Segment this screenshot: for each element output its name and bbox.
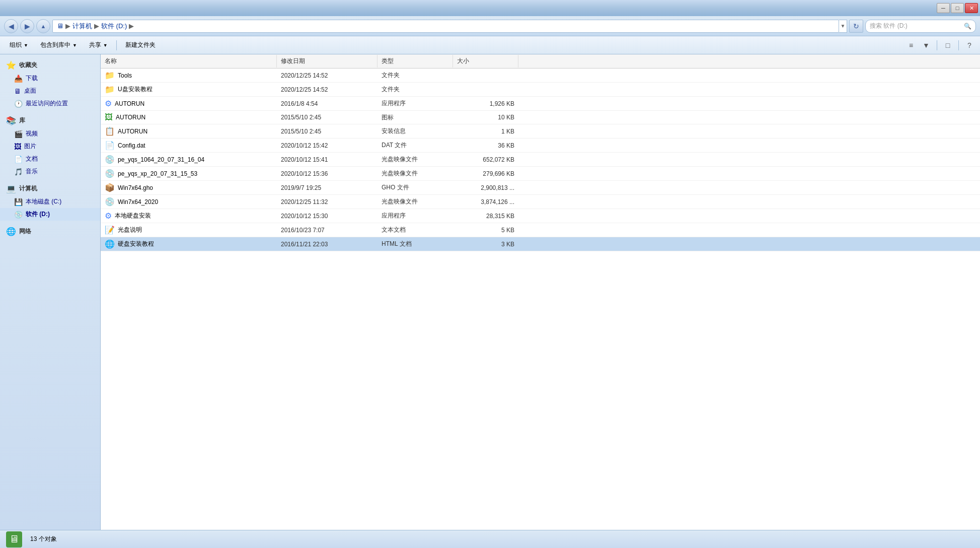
sidebar-item-pictures[interactable]: 🖼 图片: [0, 140, 100, 153]
file-icon: 🌐: [105, 239, 115, 249]
sidebar-item-d-drive[interactable]: 💿 软件 (D:): [0, 208, 100, 221]
file-date-cell: 2019/9/7 19:25: [277, 183, 378, 192]
file-row[interactable]: 📋 AUTORUN 2015/5/10 2:45 安装信息 1 KB: [101, 124, 980, 139]
sidebar-network-header[interactable]: 🌐 网络: [0, 225, 100, 238]
file-size-cell: 279,696 KB: [453, 169, 518, 178]
file-type-cell: 应用程序: [378, 211, 453, 221]
file-row[interactable]: ⚙ 本地硬盘安装 2020/10/12 15:30 应用程序 28,315 KB: [101, 209, 980, 223]
sidebar-item-desktop[interactable]: 🖥 桌面: [0, 85, 100, 97]
new-folder-button[interactable]: 新建文件夹: [120, 38, 161, 52]
up-button[interactable]: ▲: [36, 19, 50, 33]
file-row[interactable]: 💿 Win7x64_2020 2020/12/25 11:32 光盘映像文件 3…: [101, 195, 980, 209]
col-header-size[interactable]: 大小: [453, 55, 518, 67]
pictures-label: 图片: [24, 142, 36, 151]
file-row[interactable]: 📄 Config.dat 2020/10/12 15:42 DAT 文件 36 …: [101, 139, 980, 153]
file-row[interactable]: 🌐 硬盘安装教程 2016/11/21 22:03 HTML 文档 3 KB: [101, 237, 980, 251]
col-header-date[interactable]: 修改日期: [277, 55, 378, 67]
file-date-cell: 2020/12/25 14:52: [277, 85, 378, 94]
sidebar-favorites-header[interactable]: ⭐ 收藏夹: [0, 58, 100, 72]
file-size-cell: 36 KB: [453, 141, 518, 150]
music-label: 音乐: [26, 167, 38, 176]
music-icon: 🎵: [14, 168, 23, 176]
file-row[interactable]: 📦 Win7x64.gho 2019/9/7 19:25 GHO 文件 2,90…: [101, 181, 980, 195]
file-row[interactable]: 💿 pe_yqs_xp_20_07_31_15_53 2020/10/12 15…: [101, 167, 980, 181]
file-date-cell: 2015/5/10 2:45: [277, 127, 378, 136]
breadcrumb-dropdown[interactable]: ▼: [839, 20, 847, 33]
back-button[interactable]: ◀: [4, 19, 18, 33]
sidebar-item-recent[interactable]: 🕐 最近访问的位置: [0, 97, 100, 110]
sidebar-library-header[interactable]: 📚 库: [0, 114, 100, 127]
toolbar: 组织 ▼ 包含到库中 ▼ 共享 ▼ 新建文件夹 ≡ ▼ □ ?: [0, 36, 980, 54]
file-name-cell: 💿 Win7x64_2020: [101, 196, 277, 208]
file-date-cell: 2016/11/21 22:03: [277, 240, 378, 249]
view-options-button[interactable]: ▼: [920, 39, 933, 52]
file-row[interactable]: 📁 U盘安装教程 2020/12/25 14:52 文件夹: [101, 83, 980, 97]
sidebar-item-video[interactable]: 🎬 视频: [0, 127, 100, 140]
file-name-cell: ⚙ AUTORUN: [101, 98, 277, 109]
sidebar-item-documents[interactable]: 📄 文档: [0, 153, 100, 165]
search-icon: 🔍: [964, 23, 971, 30]
sidebar-section-computer: 💻 计算机 💾 本地磁盘 (C:) 💿 软件 (D:): [0, 182, 100, 221]
file-icon: 📝: [105, 225, 115, 235]
file-name-label: AUTORUN: [116, 114, 145, 121]
sidebar-computer-header[interactable]: 💻 计算机: [0, 182, 100, 195]
preview-button[interactable]: □: [941, 39, 954, 52]
sidebar-item-music[interactable]: 🎵 音乐: [0, 165, 100, 178]
search-bar[interactable]: 搜索 软件 (D:) 🔍: [865, 20, 976, 33]
breadcrumb-computer-icon: 🖥: [57, 22, 63, 30]
file-size-cell: 28,315 KB: [453, 212, 518, 221]
network-icon: 🌐: [6, 227, 16, 236]
file-row[interactable]: 📝 光盘说明 2016/10/23 7:07 文本文档 5 KB: [101, 223, 980, 237]
file-area: 名称 修改日期 类型 大小 📁 Tools 2020/12/25 14:52 文…: [101, 54, 980, 530]
d-drive-icon: 💿: [14, 211, 23, 219]
file-date-cell: 2020/12/25 14:52: [277, 71, 378, 80]
col-header-name[interactable]: 名称: [101, 55, 277, 67]
share-button[interactable]: 共享 ▼: [84, 38, 113, 52]
file-date-cell: 2016/1/8 4:54: [277, 99, 378, 108]
file-type-cell: 光盘映像文件: [378, 168, 453, 179]
minimize-button[interactable]: ─: [937, 3, 950, 13]
file-type-cell: 安装信息: [378, 126, 453, 136]
file-size-cell: 3 KB: [453, 240, 518, 249]
file-name-label: pe_yqs_1064_20_07_31_16_04: [118, 156, 204, 163]
maximize-button[interactable]: □: [951, 3, 964, 13]
file-name-label: Win7x64.gho: [118, 184, 153, 191]
file-row[interactable]: 🖼 AUTORUN 2015/5/10 2:45 图标 10 KB: [101, 111, 980, 124]
sidebar-item-download[interactable]: 📥 下载: [0, 72, 100, 85]
file-icon: ⚙: [105, 99, 112, 108]
file-type-cell: 光盘映像文件: [378, 154, 453, 165]
forward-button[interactable]: ▶: [20, 19, 34, 33]
sidebar-item-c-drive[interactable]: 💾 本地磁盘 (C:): [0, 195, 100, 208]
file-name-cell: 📝 光盘说明: [101, 224, 277, 236]
file-name-label: Config.dat: [118, 142, 145, 149]
breadcrumb[interactable]: 🖥 ▶ 计算机 ▶ 软件 (D:) ▶: [52, 20, 839, 33]
sidebar-section-network: 🌐 网络: [0, 225, 100, 238]
breadcrumb-drive-label[interactable]: 软件 (D:): [101, 22, 127, 31]
file-name-label: AUTORUN: [115, 100, 144, 107]
help-button[interactable]: ?: [963, 39, 976, 52]
address-bar: ◀ ▶ ▲ 🖥 ▶ 计算机 ▶ 软件 (D:) ▶ ▼ ↻ 搜索 软件 (D:)…: [0, 16, 980, 36]
share-arrow: ▼: [103, 43, 108, 48]
recent-label: 最近访问的位置: [26, 99, 68, 108]
documents-label: 文档: [26, 155, 38, 163]
col-header-type[interactable]: 类型: [378, 55, 453, 67]
organize-button[interactable]: 组织 ▼: [4, 38, 34, 52]
add-to-library-button[interactable]: 包含到库中 ▼: [35, 38, 83, 52]
file-date-cell: 2020/10/12 15:36: [277, 169, 378, 178]
breadcrumb-sep-3: ▶: [129, 22, 134, 30]
library-label: 库: [19, 116, 25, 125]
sidebar-section-favorites: ⭐ 收藏夹 📥 下载 🖥 桌面 🕐 最近访问的位置: [0, 58, 100, 110]
breadcrumb-computer-label[interactable]: 计算机: [72, 22, 92, 31]
file-size-cell: 10 KB: [453, 113, 518, 122]
file-row[interactable]: ⚙ AUTORUN 2016/1/8 4:54 应用程序 1,926 KB: [101, 97, 980, 111]
refresh-button[interactable]: ↻: [849, 20, 863, 33]
file-row[interactable]: 💿 pe_yqs_1064_20_07_31_16_04 2020/10/12 …: [101, 153, 980, 167]
main-area: ⭐ 收藏夹 📥 下载 🖥 桌面 🕐 最近访问的位置 📚 库: [0, 54, 980, 530]
view-toggle-button[interactable]: ≡: [904, 39, 918, 52]
computer-icon: 💻: [6, 184, 16, 193]
file-type-cell: 光盘映像文件: [378, 196, 453, 207]
file-row[interactable]: 📁 Tools 2020/12/25 14:52 文件夹: [101, 68, 980, 83]
close-button[interactable]: ✕: [965, 3, 978, 13]
file-name-cell: 📄 Config.dat: [101, 140, 277, 151]
file-name-cell: 💿 pe_yqs_1064_20_07_31_16_04: [101, 154, 277, 165]
